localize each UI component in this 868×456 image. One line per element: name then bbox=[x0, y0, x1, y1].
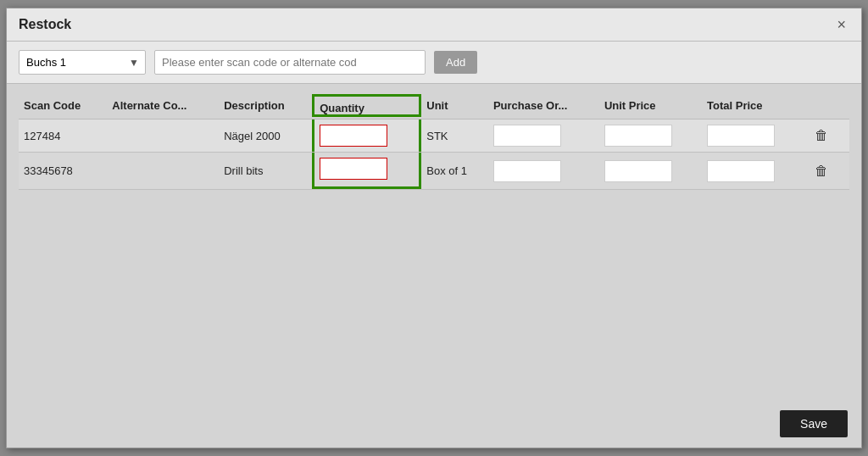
col-header-description: Description bbox=[219, 92, 312, 120]
modal-title: Restock bbox=[19, 17, 71, 32]
unit-price-input[interactable] bbox=[604, 125, 672, 147]
cell-unit: STK bbox=[421, 120, 488, 153]
cell-alternate-code bbox=[107, 153, 219, 190]
col-header-alternate-code: Alternate Co... bbox=[107, 92, 219, 120]
cell-description: Drill bits bbox=[219, 153, 312, 190]
cell-total-price bbox=[702, 120, 804, 153]
col-header-scan-code: Scan Code bbox=[19, 92, 107, 120]
unit-price-input[interactable] bbox=[604, 160, 672, 182]
table-row: 127484 Nägel 2000 STK 🗑 bbox=[19, 120, 849, 153]
scan-input[interactable] bbox=[154, 50, 426, 75]
cell-unit-price bbox=[599, 120, 702, 153]
cell-delete: 🗑 bbox=[804, 153, 849, 190]
col-header-purchase-order: Purchase Or... bbox=[488, 92, 599, 120]
col-header-unit: Unit bbox=[421, 92, 488, 120]
modal-body: Scan Code Alternate Co... Description Qu… bbox=[7, 84, 861, 198]
col-header-unit-price: Unit Price bbox=[599, 92, 702, 120]
quantity-input[interactable] bbox=[320, 158, 387, 180]
cell-purchase-order bbox=[488, 120, 599, 153]
cell-quantity bbox=[312, 153, 421, 190]
col-header-quantity: Quantity bbox=[312, 92, 421, 120]
location-dropdown[interactable]: Buchs 1 bbox=[19, 50, 146, 75]
quantity-input[interactable] bbox=[320, 125, 387, 147]
cell-delete: 🗑 bbox=[804, 120, 849, 153]
modal-header: Restock × bbox=[7, 8, 861, 42]
restock-modal: Restock × Buchs 1 ▼ Add Scan Code Altern… bbox=[6, 8, 862, 448]
table-container: Scan Code Alternate Co... Description Qu… bbox=[7, 84, 861, 198]
col-header-total-price: Total Price bbox=[702, 92, 804, 120]
table-header-row: Scan Code Alternate Co... Description Qu… bbox=[19, 92, 849, 120]
table-row: 33345678 Drill bits Box of 1 🗑 bbox=[19, 153, 849, 190]
cell-alternate-code bbox=[107, 120, 219, 153]
purchase-order-input[interactable] bbox=[493, 125, 561, 147]
delete-button[interactable]: 🗑 bbox=[810, 126, 833, 145]
cell-unit-price bbox=[599, 153, 702, 190]
modal-footer: Save bbox=[766, 400, 861, 448]
location-dropdown-wrapper: Buchs 1 ▼ bbox=[19, 50, 146, 75]
delete-button[interactable]: 🗑 bbox=[810, 162, 833, 181]
cell-purchase-order bbox=[488, 153, 599, 190]
cell-quantity bbox=[312, 120, 421, 153]
total-price-input[interactable] bbox=[707, 160, 775, 182]
total-price-input[interactable] bbox=[707, 125, 775, 147]
save-button[interactable]: Save bbox=[780, 410, 848, 437]
cell-scan-code: 33345678 bbox=[19, 153, 107, 190]
modal-toolbar: Buchs 1 ▼ Add bbox=[7, 42, 861, 84]
cell-total-price bbox=[702, 153, 804, 190]
cell-description: Nägel 2000 bbox=[219, 120, 312, 153]
restock-table: Scan Code Alternate Co... Description Qu… bbox=[19, 92, 849, 190]
close-button[interactable]: × bbox=[833, 17, 849, 32]
cell-scan-code: 127484 bbox=[19, 120, 107, 153]
cell-unit: Box of 1 bbox=[421, 153, 488, 190]
purchase-order-input[interactable] bbox=[493, 160, 561, 182]
col-header-actions bbox=[804, 92, 849, 120]
add-button[interactable]: Add bbox=[434, 51, 477, 74]
